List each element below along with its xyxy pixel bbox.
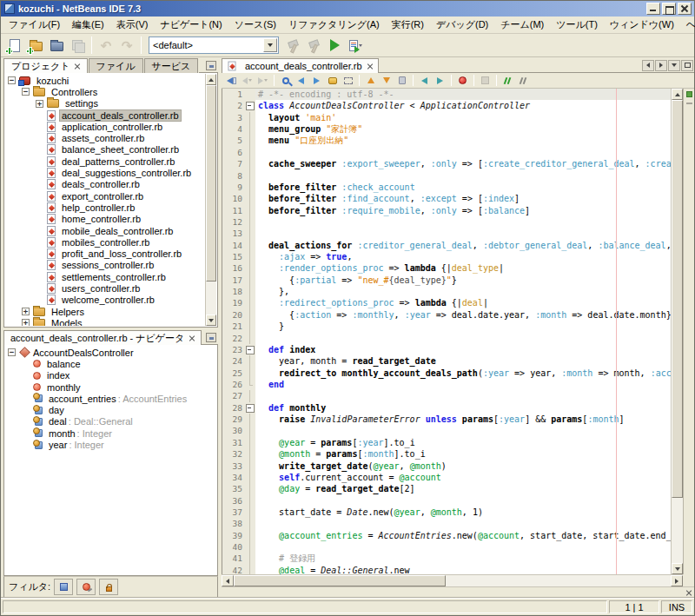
minimize-panel-button[interactable] [206, 333, 216, 342]
new-file-button[interactable] [4, 35, 25, 56]
code-line-15[interactable]: 15 :ajax => true, [222, 251, 671, 262]
menu-item-9[interactable]: ツール(T) [550, 16, 604, 34]
code-line-31[interactable]: 31 @year = params[:year].to_i [222, 437, 671, 448]
scroll-up-button[interactable] [206, 74, 216, 85]
tree-item[interactable]: account_entries : AccountEntries [5, 393, 216, 404]
code-line-33[interactable]: 33 write_target_date(@year, @month) [222, 460, 671, 472]
expander-icon[interactable]: + [22, 308, 30, 315]
uncomment-button[interactable] [516, 74, 531, 87]
stop-macro-recording-button[interactable] [478, 74, 493, 87]
code-line-39[interactable]: 39 @account_entries = AccountEntries.new… [222, 530, 671, 541]
code-line-13[interactable]: 13 [222, 228, 671, 239]
expander-icon[interactable]: + [22, 319, 30, 326]
code-line-5[interactable]: 5 menu "口座別出納" [222, 135, 671, 146]
previous-occurrence-button[interactable] [363, 74, 378, 87]
code-line-20[interactable]: 20 {:action => :monthly, :year => deal.d… [222, 309, 671, 321]
code-area[interactable]: 1# -*- encoding : utf-8 -*-2class Accoun… [222, 89, 671, 574]
new-project-button[interactable] [25, 35, 46, 56]
code-line-9[interactable]: 9 before_filter :check_account [222, 182, 671, 193]
scrollbar-thumb[interactable] [206, 85, 216, 282]
tree-item[interactable]: users_controller.rb [5, 282, 205, 294]
code-line-28[interactable]: 28 def monthly [222, 402, 671, 414]
code-line-19[interactable]: 19 :redirect_options_proc => lambda {|de… [222, 297, 671, 308]
tree-item[interactable]: balance_sheet_controller.rb [5, 144, 205, 156]
filter-fields-button[interactable] [54, 579, 73, 595]
tree-item[interactable]: home_controller.rb [5, 214, 205, 225]
code-line-3[interactable]: 3 layout 'main' [222, 112, 671, 123]
rectangular-selection-button[interactable] [341, 74, 355, 87]
expander-icon[interactable]: − [8, 348, 16, 356]
code-line-34[interactable]: 34 self.current_account = @account [222, 472, 671, 483]
tree-item[interactable]: +settings [5, 98, 205, 109]
code-line-38[interactable]: 38 [222, 518, 671, 529]
code-line-37[interactable]: 37 start_date = Date.new(@year, @month, … [222, 507, 671, 518]
code-line-42[interactable]: 42 @deal = Deal::General.new [222, 565, 671, 574]
tree-item[interactable]: index [5, 370, 216, 381]
tree-item[interactable]: account_deals_controller.rb [5, 109, 205, 121]
menu-item-3[interactable]: ナビゲート(N) [154, 16, 228, 34]
tree-item[interactable]: year : Integer [5, 439, 216, 450]
last-edit-location-button[interactable] [224, 74, 239, 87]
start-macro-recording-button[interactable] [455, 74, 470, 87]
code-line-7[interactable]: 7 cache_sweeper :export_sweeper, :only =… [222, 158, 671, 169]
code-line-10[interactable]: 10 before_filter :find_account, :except … [222, 193, 671, 204]
close-strip-button[interactable] [685, 590, 692, 596]
expander-icon[interactable]: − [22, 88, 30, 96]
code-line-2[interactable]: 2class AccountDealsController < Applicat… [222, 100, 671, 111]
expander-icon[interactable]: − [8, 76, 16, 84]
filter-non-public-button[interactable] [76, 579, 96, 595]
tree-item[interactable]: profit_and_loss_controller.rb [5, 248, 205, 259]
tree-item[interactable]: day [5, 404, 216, 415]
tree-item[interactable]: +Helpers [5, 306, 205, 317]
back-button[interactable] [240, 74, 255, 87]
close-window-button[interactable] [678, 3, 692, 15]
code-line-17[interactable]: 17 {:partial => "new_#{deal_type}"} [222, 275, 671, 286]
fold-indicator[interactable] [246, 100, 255, 111]
scroll-left-button[interactable] [222, 575, 234, 586]
scroll-down-button[interactable] [206, 315, 216, 326]
tree-item[interactable]: mobiles_controller.rb [5, 236, 205, 248]
menu-item-11[interactable]: ヘルプ(H) [680, 16, 695, 34]
scroll-tabs-left-button[interactable] [642, 60, 654, 71]
code-line-27[interactable]: 27 [222, 390, 671, 401]
tree-item[interactable]: −AccountDealsController [5, 347, 216, 358]
code-line-21[interactable]: 21 } [222, 321, 671, 332]
tree-item[interactable]: deal : Deal::General [5, 416, 216, 427]
forward-button[interactable] [255, 74, 270, 87]
code-line-24[interactable]: 24 year, month = read_target_date [222, 355, 671, 367]
tree-item[interactable]: +Models [5, 317, 205, 326]
code-line-40[interactable]: 40 [222, 541, 671, 553]
scrollbar-thumb[interactable] [672, 100, 683, 498]
tree-item[interactable]: assets_controller.rb [5, 132, 205, 143]
save-all-button[interactable] [67, 35, 88, 56]
tree-item[interactable]: settlements_controller.rb [5, 271, 205, 282]
redo-button[interactable]: ↷ [116, 35, 137, 56]
open-project-button[interactable] [46, 35, 67, 56]
tree-item[interactable]: application_controller.rb [5, 121, 205, 132]
menu-item-2[interactable]: 表示(V) [110, 16, 155, 34]
scrollbar-track[interactable] [206, 282, 216, 315]
tree-item[interactable]: balance [5, 358, 216, 369]
editor-tab[interactable]: account_deals_controller.rb [222, 58, 379, 73]
tree-item[interactable]: monthly [5, 381, 216, 393]
scroll-tabs-right-button[interactable] [655, 60, 667, 71]
comment-button[interactable] [500, 74, 515, 87]
clean-build-project-button[interactable] [303, 35, 324, 56]
tree-item[interactable]: deal_suggestions_controller.rb [5, 167, 205, 178]
code-line-16[interactable]: 16 :render_options_proc => lambda {|deal… [222, 262, 671, 274]
expander-icon[interactable]: + [36, 100, 43, 108]
menu-item-6[interactable]: 実行(R) [386, 16, 430, 34]
undo-button[interactable]: ↶ [96, 35, 116, 56]
config-combobox[interactable]: <default> [149, 36, 279, 54]
close-icon[interactable] [367, 63, 373, 70]
code-line-41[interactable]: 41 # 登録用 [222, 553, 671, 564]
shift-left-button[interactable] [417, 74, 432, 87]
filter-static-button[interactable] [99, 579, 118, 595]
menu-item-10[interactable]: ウィンドウ(W) [604, 16, 680, 34]
close-icon[interactable] [189, 335, 195, 341]
debug-project-button[interactable] [345, 35, 366, 56]
toggle-highlight-button[interactable] [325, 74, 340, 87]
tree-item[interactable]: sessions_controller.rb [5, 260, 205, 271]
code-line-23[interactable]: 23 def index [222, 344, 671, 355]
tree-item[interactable]: deal_patterns_controller.rb [5, 156, 205, 167]
